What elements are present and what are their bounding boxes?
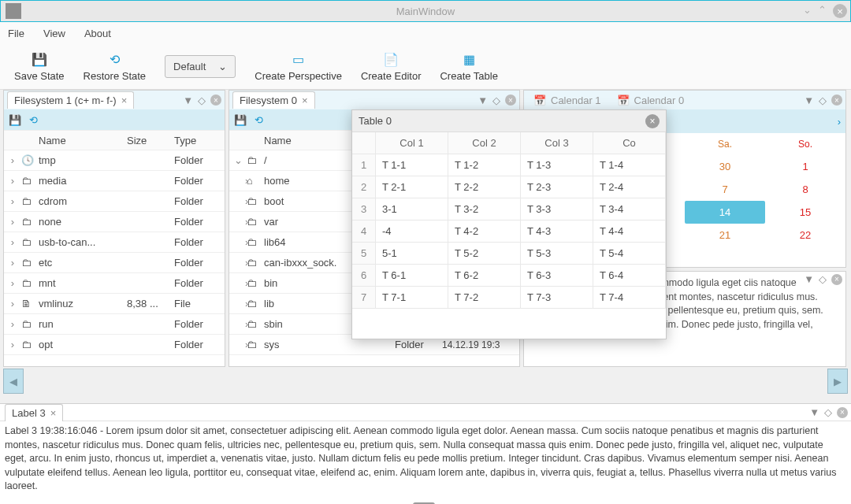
- close-icon[interactable]: ×: [302, 94, 308, 106]
- close-window-icon[interactable]: ×: [833, 4, 847, 18]
- undock-icon[interactable]: ◇: [819, 273, 827, 285]
- dock-close-icon[interactable]: ×: [831, 94, 842, 106]
- close-icon[interactable]: ×: [645, 114, 660, 128]
- dock-close-icon[interactable]: ×: [210, 94, 221, 106]
- close-icon[interactable]: ×: [121, 94, 128, 106]
- table-cell[interactable]: T 7-4: [593, 287, 666, 309]
- undock-icon[interactable]: ◇: [492, 94, 500, 106]
- table-cell[interactable]: 3-1: [376, 198, 448, 220]
- dock-menu-icon[interactable]: ▼: [804, 273, 814, 285]
- calendar-day[interactable]: 1: [765, 155, 845, 178]
- list-item[interactable]: ›🗀mntFolder: [4, 273, 225, 294]
- calendar-day[interactable]: 8: [765, 178, 845, 201]
- table-cell[interactable]: T 6-1: [376, 265, 448, 287]
- row-number[interactable]: 7: [352, 287, 376, 309]
- table-cell[interactable]: T 1-4: [593, 154, 666, 176]
- row-number[interactable]: 3: [352, 198, 376, 220]
- edge-handle-right[interactable]: ▶: [827, 369, 848, 394]
- toolbar: 💾 Save State ⟲ Restore State Default ⌄ ▭…: [0, 44, 851, 90]
- minimize-icon[interactable]: ⌄: [803, 4, 812, 18]
- table-cell[interactable]: T 7-2: [448, 287, 521, 309]
- list-item[interactable]: ›🗀etcFolder: [4, 253, 225, 273]
- create-perspective-button[interactable]: ▭ Create Perspective: [255, 52, 342, 82]
- table-cell[interactable]: T 5-4: [593, 243, 666, 265]
- maximize-icon[interactable]: ⌃: [818, 4, 827, 18]
- calendar-icon: 📅: [617, 94, 630, 106]
- create-table-button[interactable]: ▦ Create Table: [440, 52, 497, 82]
- table-cell[interactable]: T 6-3: [521, 265, 593, 287]
- row-number[interactable]: 6: [352, 265, 376, 287]
- cal-next-icon[interactable]: ›: [838, 116, 841, 128]
- save-icon[interactable]: 💾: [234, 114, 247, 126]
- calendar-day[interactable]: 22: [765, 224, 845, 246]
- table-cell[interactable]: T 3-2: [448, 198, 521, 220]
- save-icon[interactable]: 💾: [9, 114, 21, 126]
- calendar-day[interactable]: 15: [765, 201, 845, 224]
- table-cell[interactable]: T 2-1: [376, 176, 448, 198]
- edge-handle-left[interactable]: ◀: [3, 369, 24, 394]
- list-item[interactable]: ›🕓tmpFolder: [4, 150, 225, 171]
- table-cell[interactable]: T 3-3: [521, 198, 593, 220]
- list-item[interactable]: ›🗀usb-to-can...Folder: [4, 232, 225, 253]
- table-cell[interactable]: -4: [376, 220, 448, 243]
- create-editor-button[interactable]: 📄 Create Editor: [361, 52, 422, 82]
- calendar-day[interactable]: 7: [685, 178, 765, 201]
- row-number[interactable]: 1: [352, 154, 376, 176]
- menu-view[interactable]: View: [43, 28, 65, 39]
- table-cell[interactable]: T 4-4: [593, 220, 666, 243]
- undock-icon[interactable]: ◇: [819, 94, 827, 106]
- list-item[interactable]: ›🗀mediaFolder: [4, 171, 225, 191]
- dock-menu-icon[interactable]: ▼: [809, 406, 819, 418]
- history-icon[interactable]: ⟲: [255, 114, 263, 126]
- table-cell[interactable]: T 3-4: [593, 198, 666, 220]
- close-icon[interactable]: ×: [50, 407, 57, 419]
- list-item[interactable]: ›🗀optFolder: [4, 335, 225, 355]
- list-item[interactable]: ›🗀runFolder: [4, 314, 225, 335]
- dock-menu-icon[interactable]: ▼: [478, 94, 488, 106]
- table-cell[interactable]: T 1-3: [521, 154, 593, 176]
- table-cell[interactable]: T 6-2: [448, 265, 521, 287]
- dock-menu-icon[interactable]: ▼: [804, 94, 814, 106]
- table-cell[interactable]: T 6-4: [593, 265, 666, 287]
- table-cell[interactable]: T 4-2: [448, 220, 521, 243]
- dock-menu-icon[interactable]: ▼: [183, 94, 193, 106]
- calendar-day[interactable]: 21: [685, 224, 765, 246]
- tab-filesystem-1[interactable]: Filesystem 1 (c+ m- f-) ×: [7, 91, 134, 109]
- undock-icon[interactable]: ◇: [198, 94, 206, 106]
- table-cell[interactable]: T 2-2: [448, 176, 521, 198]
- floating-table-0[interactable]: Table 0 × Col 1Col 2Col 3Co1T 1-1T 1-2T …: [351, 109, 667, 339]
- table-cell[interactable]: T 2-4: [593, 176, 666, 198]
- restore-state-button[interactable]: ⟲ Restore State: [84, 52, 147, 82]
- list-item[interactable]: ›🗀noneFolder: [4, 212, 225, 232]
- menu-file[interactable]: File: [8, 28, 24, 39]
- dock-close-icon[interactable]: ×: [837, 407, 848, 418]
- table-cell[interactable]: T 5-2: [448, 243, 521, 265]
- menu-about[interactable]: About: [84, 28, 111, 39]
- tab-calendar-0[interactable]: 📅 Calendar 0: [611, 92, 691, 109]
- table-cell[interactable]: T 2-3: [521, 176, 593, 198]
- calendar-day[interactable]: 14: [685, 201, 765, 224]
- dock-close-icon[interactable]: ×: [505, 94, 516, 106]
- row-number[interactable]: 2: [352, 176, 376, 198]
- table-cell[interactable]: 5-1: [376, 243, 448, 265]
- table-cell[interactable]: T 7-3: [521, 287, 593, 309]
- table-cell[interactable]: T 5-3: [521, 243, 593, 265]
- undock-icon[interactable]: ◇: [824, 406, 832, 418]
- list-item[interactable]: ›🗎vmlinuz8,38 ...File: [4, 294, 225, 314]
- save-state-button[interactable]: 💾 Save State: [14, 52, 65, 82]
- perspective-combo[interactable]: Default ⌄: [165, 55, 236, 78]
- dock-close-icon[interactable]: ×: [831, 274, 842, 285]
- chevron-down-icon: ⌄: [218, 61, 227, 72]
- tab-calendar-1[interactable]: 📅 Calendar 1: [527, 92, 608, 109]
- tab-label-3[interactable]: Label 3 ×: [5, 404, 63, 421]
- history-icon[interactable]: ⟲: [29, 114, 38, 126]
- table-cell[interactable]: T 1-2: [448, 154, 521, 176]
- list-item[interactable]: ›🗀cdromFolder: [4, 191, 225, 212]
- row-number[interactable]: 4: [352, 220, 376, 243]
- tab-filesystem-0[interactable]: Filesystem 0 ×: [232, 91, 315, 109]
- table-cell[interactable]: T 7-1: [376, 287, 448, 309]
- row-number[interactable]: 5: [352, 243, 376, 265]
- table-cell[interactable]: T 4-3: [521, 220, 593, 243]
- table-cell[interactable]: T 1-1: [376, 154, 448, 176]
- calendar-day[interactable]: 30: [685, 155, 765, 178]
